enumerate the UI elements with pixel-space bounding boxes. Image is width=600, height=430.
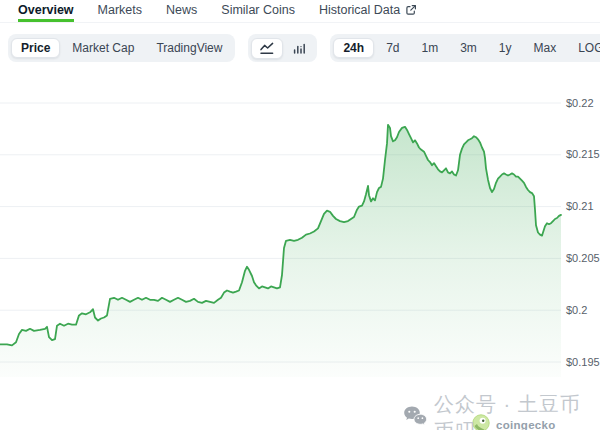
price-button[interactable]: Price	[11, 38, 60, 58]
chart-type-toggle-group	[248, 34, 317, 62]
wechat-watermark-text: 公众号 · 土豆币币叨	[434, 391, 600, 430]
market-cap-button[interactable]: Market Cap	[62, 38, 144, 58]
line-chart-icon	[259, 41, 275, 56]
y-tick-label: $0.2	[566, 304, 587, 316]
range-max-button[interactable]: Max	[524, 38, 567, 58]
price-chart-area[interactable]: $0.22$0.215$0.21$0.205$0.2$0.195 coingec…	[0, 85, 600, 380]
tab-markets-label: Markets	[98, 3, 142, 17]
tab-news[interactable]: News	[166, 4, 197, 22]
chart-toolbar: Price Market Cap TradingView	[8, 34, 597, 62]
y-tick-label: $0.21	[566, 200, 594, 212]
y-tick-label: $0.195	[566, 356, 600, 368]
external-link-icon	[405, 4, 417, 16]
y-axis-tick-labels: $0.22$0.215$0.21$0.205$0.2$0.195	[566, 97, 600, 368]
price-chart-svg[interactable]: $0.22$0.215$0.21$0.205$0.2$0.195	[0, 85, 600, 380]
bar-chart-button[interactable]	[285, 39, 314, 58]
y-tick-label: $0.22	[566, 97, 594, 109]
time-range-group: 24h 7d 1m 3m 1y Max LOG	[330, 34, 600, 62]
y-tick-label: $0.215	[566, 148, 600, 160]
range-24h-button[interactable]: 24h	[333, 38, 374, 58]
page-tabs: Overview Markets News Similar Coins Hist…	[0, 0, 600, 23]
bar-chart-icon	[292, 41, 307, 56]
tradingview-button[interactable]: TradingView	[146, 38, 232, 58]
price-area-fill	[0, 125, 561, 377]
tab-overview[interactable]: Overview	[18, 4, 74, 22]
metric-toggle-group: Price Market Cap TradingView	[8, 34, 235, 62]
range-7d-button[interactable]: 7d	[376, 38, 409, 58]
wechat-account-watermark: 公众号 · 土豆币币叨	[403, 391, 600, 430]
coingecko-watermark-text: coingecko	[496, 419, 556, 430]
tab-overview-label: Overview	[18, 3, 74, 17]
tab-news-label: News	[166, 3, 197, 17]
y-tick-label: $0.205	[566, 252, 600, 264]
coingecko-logo-icon	[472, 414, 490, 430]
range-1m-button[interactable]: 1m	[411, 38, 448, 58]
tab-similar-coins-label: Similar Coins	[221, 3, 295, 17]
range-3m-button[interactable]: 3m	[450, 38, 487, 58]
line-chart-button[interactable]	[251, 38, 283, 59]
log-scale-button[interactable]: LOG	[568, 38, 600, 58]
tab-historical-data[interactable]: Historical Data	[319, 4, 417, 22]
tab-similar-coins[interactable]: Similar Coins	[221, 4, 295, 22]
tab-historical-data-label: Historical Data	[319, 3, 400, 17]
coingecko-watermark: coingecko	[472, 414, 556, 430]
range-1y-button[interactable]: 1y	[489, 38, 522, 58]
wechat-icon	[403, 405, 427, 430]
tab-markets[interactable]: Markets	[98, 4, 142, 22]
